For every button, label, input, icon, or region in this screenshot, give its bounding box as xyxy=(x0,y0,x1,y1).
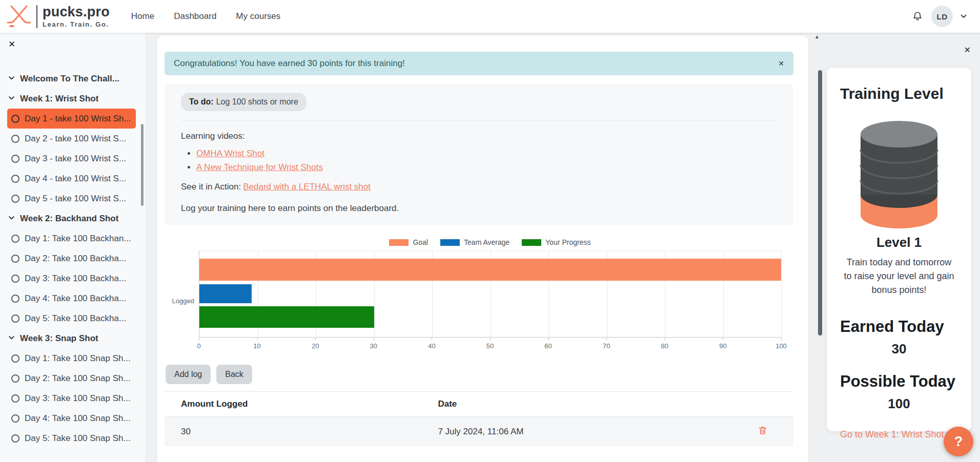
sidebar-item-label: Day 3: Take 100 Backha... xyxy=(25,274,126,284)
activity-circle-icon xyxy=(11,314,19,323)
sidebar-item-label: Day 1: Take 100 Snap Sh... xyxy=(25,353,131,364)
todo-text: Log 100 shots or more xyxy=(216,97,298,107)
sidebar-section[interactable]: Week 1: Wrist Shot xyxy=(0,89,145,109)
navbar-right: LD xyxy=(911,6,967,27)
earned-today-value: 30 xyxy=(838,341,960,357)
legend-swatch xyxy=(389,239,409,246)
x-tick-label: 50 xyxy=(486,342,494,350)
sidebar-item[interactable]: Day 3 - take 100 Wrist S... xyxy=(7,149,136,169)
amount-logged-cell: 30 xyxy=(165,417,438,447)
action-video-link[interactable]: Bedard with a LETHAL wrist shot xyxy=(243,182,371,192)
sidebar-item[interactable]: Day 5 - take 100 Wrist S... xyxy=(7,188,136,208)
brand-logo[interactable]: pucks.pro Learn. Train. Go. xyxy=(6,4,110,29)
see-it-in-action-line: See it in Action:Bedard with a LETHAL wr… xyxy=(181,182,777,192)
sidebar-item[interactable]: Day 1 - take 100 Wrist Sh... xyxy=(7,109,136,129)
sidebar-item[interactable]: Day 3: Take 100 Backha... xyxy=(7,268,136,288)
x-tick-label: 70 xyxy=(603,342,610,350)
main-nav: HomeDashboardMy courses xyxy=(131,11,280,22)
sidebar-item[interactable]: Day 4: Take 100 Snap Sh... xyxy=(7,408,136,428)
sidebar-item[interactable]: Day 2: Take 100 Backha... xyxy=(7,248,136,268)
action-buttons: Add log Back xyxy=(165,365,793,384)
bar-goal xyxy=(199,259,781,281)
progress-chart: GoalTeam AverageYour Progress Logged 010… xyxy=(165,238,793,351)
divider xyxy=(181,120,777,121)
sidebar-section[interactable]: Welcome To The Chall... xyxy=(0,69,145,89)
delete-log-button[interactable] xyxy=(758,425,768,435)
activity-circle-icon xyxy=(11,275,19,283)
activity-circle-icon xyxy=(11,374,19,383)
x-tick-mark xyxy=(315,338,316,341)
avatar-initials: LD xyxy=(937,12,948,21)
chevron-down-icon xyxy=(8,333,15,344)
x-tick-label: 60 xyxy=(544,342,552,350)
sidebar-item-label: Day 5: Take 100 Backha... xyxy=(25,313,126,324)
close-sidebar-button[interactable]: ✕ xyxy=(8,39,15,50)
video-link[interactable]: A New Technique for Wrist Shots xyxy=(196,162,323,172)
sidebar-item-label: Day 4 - take 100 Wrist S... xyxy=(25,174,126,184)
x-tick-mark xyxy=(665,338,665,341)
panel-scrollbar-thumb[interactable] xyxy=(818,70,822,335)
video-link-item: A New Technique for Wrist Shots xyxy=(196,162,777,173)
x-tick-label: 40 xyxy=(428,342,435,350)
chart-plot-wrap: 0102030405060708090100 xyxy=(199,250,781,351)
activity-circle-icon xyxy=(11,295,19,303)
activity-circle-icon xyxy=(11,135,19,143)
possible-today-value: 100 xyxy=(838,396,960,412)
hockey-sticks-logo-icon xyxy=(6,4,32,29)
video-link[interactable]: OMHA Wrist Shot xyxy=(196,149,264,158)
go-to-week-link[interactable]: Go to Week 1: Wrist Shot xyxy=(840,429,960,440)
chevron-down-icon xyxy=(8,94,15,104)
help-button[interactable]: ? xyxy=(944,427,973,456)
nav-link-my-courses[interactable]: My courses xyxy=(236,11,280,22)
table-header-actions xyxy=(732,392,793,417)
notifications-bell-icon[interactable] xyxy=(911,10,924,23)
activity-circle-icon xyxy=(11,394,19,403)
sidebar-item[interactable]: Day 5: Take 100 Snap Sh... xyxy=(7,428,136,448)
y-axis-category-label: Logged xyxy=(165,250,199,351)
back-button[interactable]: Back xyxy=(216,365,252,384)
panel-close-button[interactable]: ✕ xyxy=(964,45,971,55)
sidebar-item[interactable]: Day 1: Take 100 Snap Sh... xyxy=(7,348,136,368)
sidebar-item[interactable]: Day 2: Take 100 Snap Sh... xyxy=(7,368,136,388)
legend-label: Your Progress xyxy=(545,238,590,246)
activity-circle-icon xyxy=(11,354,19,363)
sidebar-item-label: Day 1: Take 100 Backhan... xyxy=(25,234,131,244)
table-header-amount-logged: Amount Logged xyxy=(165,392,438,417)
sidebar-item-label: Day 2: Take 100 Backha... xyxy=(25,254,126,264)
sidebar-section[interactable]: Week 3: Snap Shot xyxy=(0,328,145,348)
x-tick-mark xyxy=(374,338,374,341)
sidebar-item[interactable]: Day 3: Take 100 Snap Sh... xyxy=(7,388,136,408)
sidebar-section-label: Week 2: Backhand Shot xyxy=(20,214,118,224)
todo-badge: To do: Log 100 shots or more xyxy=(181,93,307,111)
log-table-head: Amount LoggedDate xyxy=(165,392,793,417)
scroll-up-arrow[interactable]: ▲ xyxy=(814,34,820,39)
activity-circle-icon xyxy=(11,434,19,443)
gridline xyxy=(781,251,782,337)
nav-link-dashboard[interactable]: Dashboard xyxy=(174,11,216,22)
sidebar-item-label: Day 2: Take 100 Snap Sh... xyxy=(25,373,131,384)
sidebar-item[interactable]: Day 4 - take 100 Wrist S... xyxy=(7,169,136,188)
sidebar-item[interactable]: Day 1: Take 100 Backhan... xyxy=(7,228,136,248)
chevron-down-icon[interactable] xyxy=(961,14,967,18)
earned-today-label: Earned Today xyxy=(840,318,960,336)
avatar[interactable]: LD xyxy=(931,6,953,27)
chevron-down-icon xyxy=(8,214,15,224)
sidebar-item[interactable]: Day 2 - take 100 Wrist S... xyxy=(7,129,136,149)
level-label: Level 1 xyxy=(838,235,960,250)
x-tick-label: 20 xyxy=(312,342,319,350)
x-tick-label: 0 xyxy=(197,342,200,350)
activity-circle-icon xyxy=(11,155,19,163)
todo-label: To do: xyxy=(189,97,214,107)
sidebar-item[interactable]: Day 5: Take 100 Backha... xyxy=(7,308,136,328)
sidebar-item[interactable]: Day 4: Take 100 Backha... xyxy=(7,288,136,308)
alert-close-button[interactable]: ✕ xyxy=(778,59,784,68)
legend-item: Team Average xyxy=(440,238,509,246)
app-root: pucks.pro Learn. Train. Go. HomeDashboar… xyxy=(0,0,980,462)
nav-link-home[interactable]: Home xyxy=(131,11,154,22)
add-log-button[interactable]: Add log xyxy=(166,365,211,384)
sidebar-item-label: Day 3 - take 100 Wrist S... xyxy=(25,154,126,164)
sidebar-scrollbar-thumb[interactable] xyxy=(141,124,144,206)
legend-item: Goal xyxy=(389,238,428,246)
table-row: 307 July 2024, 11:06 AM xyxy=(165,417,793,447)
sidebar-section[interactable]: Week 2: Backhand Shot xyxy=(0,208,145,228)
